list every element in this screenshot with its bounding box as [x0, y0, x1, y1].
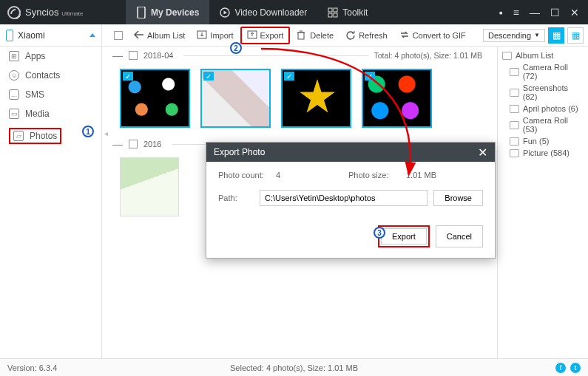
group-checkbox[interactable] — [129, 140, 138, 148]
chat-icon[interactable]: ▪ — [499, 7, 503, 18]
media-icon: ▭ — [9, 109, 19, 119]
album-item[interactable]: Camera Roll (53) — [502, 114, 584, 135]
view-grid-button[interactable]: ▦ — [548, 27, 564, 44]
annotation-3: 3 — [374, 227, 385, 239]
convert-icon — [399, 30, 410, 41]
grid-view-icon: ▦ — [552, 30, 561, 41]
svg-rect-5 — [334, 13, 337, 17]
select-all-checkbox[interactable] — [114, 31, 123, 40]
chevron-down-icon: ▼ — [534, 32, 540, 38]
btn-label: Import — [210, 31, 233, 40]
collapse-toggle[interactable]: — — [112, 138, 123, 150]
check-icon: ✓ — [284, 72, 294, 81]
window-controls: ▪ ≡ — ☐ ✕ — [499, 7, 588, 18]
btn-label: Export — [260, 31, 284, 40]
photo-thumbnail[interactable]: ✓ — [120, 69, 190, 128]
close-icon[interactable]: ✕ — [570, 7, 579, 18]
album-header-label: Album List — [516, 51, 553, 60]
toolbar-right: Descending ▼ ▦ ▦ — [483, 27, 588, 44]
count-label: Photo count: — [218, 171, 270, 180]
tab-toolkit[interactable]: Toolkit — [317, 0, 378, 24]
size-value: 1.01 MB — [406, 171, 436, 180]
dialog-cancel-button[interactable]: Cancel — [436, 225, 483, 247]
collapse-toggle[interactable]: — — [112, 49, 123, 61]
minimize-icon[interactable]: — — [530, 7, 540, 18]
grid-icon — [328, 7, 338, 18]
dialog-export-button[interactable]: Export — [381, 228, 427, 245]
album-panel: Album List Camera Roll (72) Screenshots … — [497, 47, 588, 358]
photo-thumbnail[interactable]: ✓ — [200, 69, 271, 128]
album-item[interactable]: Screenshots (82) — [502, 82, 584, 103]
album-item[interactable]: Picture (584) — [502, 147, 584, 159]
sidebar-item-photos[interactable]: ▱ Photos 1 — [0, 123, 101, 148]
image-icon — [510, 137, 519, 146]
path-input[interactable] — [260, 190, 428, 206]
calendar-icon: ▦ — [572, 30, 580, 41]
photos-icon: ▱ — [13, 131, 24, 141]
apps-icon: ⊞ — [9, 51, 19, 61]
sidebar-label: Apps — [25, 51, 45, 61]
menu-icon[interactable]: ≡ — [513, 7, 519, 18]
album-list-header[interactable]: Album List — [502, 49, 584, 61]
group-checkbox[interactable] — [129, 51, 138, 60]
sort-dropdown[interactable]: Descending ▼ — [483, 29, 545, 42]
sidebar-item-media[interactable]: ▭ Media — [0, 104, 101, 123]
app-name: Syncios Ultimate — [25, 7, 84, 18]
image-icon — [510, 105, 519, 113]
syncios-icon — [7, 6, 21, 19]
trash-icon — [297, 30, 307, 41]
photo-thumbnail[interactable] — [120, 157, 179, 216]
facebook-icon[interactable]: f — [555, 363, 566, 373]
btn-label: Convert to GIF — [413, 31, 466, 40]
contacts-icon: ☺ — [9, 70, 19, 81]
back-icon — [134, 30, 144, 41]
convert-gif-button[interactable]: Convert to GIF — [394, 28, 471, 43]
view-calendar-button[interactable]: ▦ — [567, 27, 584, 44]
import-icon — [197, 30, 207, 41]
sort-label: Descending — [488, 31, 531, 40]
album-item[interactable]: Fun (5) — [502, 135, 584, 147]
tab-my-devices[interactable]: My Devices — [126, 0, 209, 24]
tab-video-downloader[interactable]: Video Downloader — [209, 0, 317, 24]
check-icon: ✓ — [365, 72, 375, 81]
delete-button[interactable]: Delete — [291, 28, 339, 43]
check-icon: ✓ — [123, 72, 133, 81]
twitter-icon[interactable]: t — [570, 363, 581, 373]
album-item[interactable]: April photos (6) — [502, 103, 584, 114]
device-selector[interactable]: Xiaomi — [0, 24, 102, 47]
photo-thumbnail[interactable]: ✓ — [362, 69, 432, 128]
version-label: Version: 6.3.4 — [7, 363, 57, 372]
export-icon — [247, 30, 257, 41]
maximize-icon[interactable]: ☐ — [550, 7, 560, 18]
album-list-button[interactable]: Album List — [129, 28, 190, 43]
sidebar-item-sms[interactable]: … SMS — [0, 85, 101, 104]
group-header-1: — 2018-04 Total: 4 photo(s), Size: 1.01 … — [102, 47, 497, 64]
album-label: Camera Roll (53) — [523, 116, 584, 134]
image-icon — [510, 68, 519, 76]
selection-status: Selected: 4 photo(s), Size: 1.01 MB — [230, 363, 358, 372]
dialog-titlebar: Export Photo ✕ — [206, 143, 495, 162]
photo-thumbnail[interactable]: ✓ — [281, 69, 351, 128]
export-button[interactable]: Export — [240, 27, 291, 44]
refresh-button[interactable]: Refresh — [340, 28, 393, 43]
dialog-close-icon[interactable]: ✕ — [478, 146, 487, 160]
dialog-title: Export Photo — [214, 147, 265, 157]
thumb-row: ✓ ✓ ✓ ✓ — [102, 64, 497, 135]
app-logo: Syncios Ultimate — [0, 6, 126, 19]
dialog-footer: 3 Export Cancel — [206, 219, 495, 258]
sidebar-item-contacts[interactable]: ☺ Contacts — [0, 66, 101, 85]
import-button[interactable]: Import — [192, 28, 238, 43]
sidebar-item-apps[interactable]: ⊞ Apps — [0, 47, 101, 66]
export-dialog: Export Photo ✕ Photo count: 4 Photo size… — [206, 142, 496, 259]
dialog-body: Photo count: 4 Photo size: 1.01 MB Path:… — [206, 162, 495, 219]
browse-button[interactable]: Browse — [433, 190, 483, 206]
group-label: 2016 — [143, 140, 161, 148]
titlebar: Syncios Ultimate My Devices Video Downlo… — [0, 0, 588, 24]
chevron-up-icon — [89, 33, 95, 37]
svg-rect-8 — [298, 33, 304, 39]
album-item[interactable]: Camera Roll (72) — [502, 61, 584, 82]
album-label: Camera Roll (72) — [523, 63, 584, 81]
sidebar: ⊞ Apps ☺ Contacts … SMS ▭ Media ▱ Photos… — [0, 47, 102, 358]
size-label: Photo size: — [348, 171, 400, 180]
btn-label: Album List — [147, 31, 185, 40]
